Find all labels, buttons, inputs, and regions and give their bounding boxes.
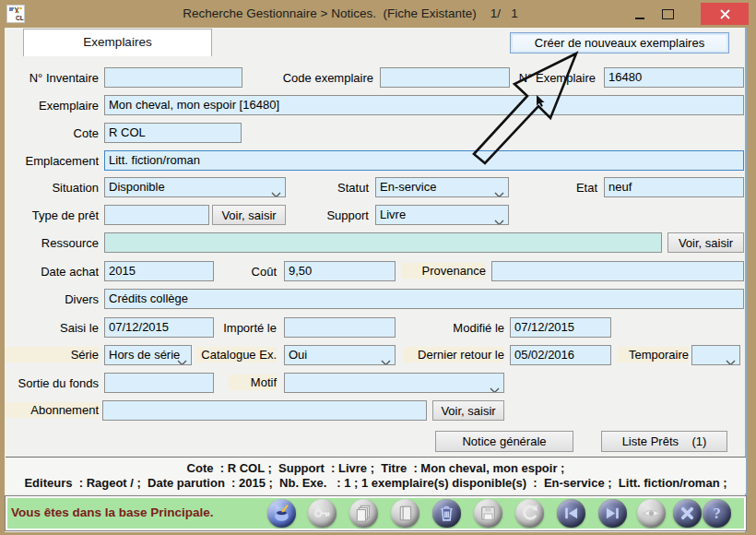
statut-select[interactable]: En-service [375,177,509,197]
label-num-exemplaire: N° Exemplaire [503,70,596,86]
saisi-le-field[interactable]: 07/12/2015 [104,317,214,338]
cote-field[interactable]: R COL [104,123,242,143]
provenance-field[interactable] [491,261,744,281]
summary-line-2: Editeurs : Rageot / ; Date parution : 20… [6,476,746,491]
ressource-field[interactable] [104,232,662,253]
support-select[interactable]: Livre [375,205,509,225]
divers-field[interactable]: Crédits collège [104,289,744,309]
catalogue-ex-select[interactable]: Oui [284,345,396,365]
label-cout: Coût [229,264,277,279]
label-sortie-fonds: Sortie du fonds [6,375,99,391]
maximize-icon [662,9,674,19]
close-x-icon [719,8,731,20]
chevron-down-icon [271,185,281,197]
chevron-down-icon [490,381,500,393]
dernier-retour-field[interactable]: 05/02/2016 [510,345,611,365]
label-catalogue-ex: Catalogue Ex. [196,347,277,363]
code-exemplaire-field[interactable] [380,67,510,88]
bcdi-window: CL Recherche Gestionnaire > Notices. (Fi… [0,0,756,535]
label-motif: Motif [229,374,277,390]
summary-line-1: Cote : R COL ; Support : Livre ; Titre :… [6,461,746,476]
voir-saisir-type-pret-button[interactable]: Voir, saisir [212,205,286,225]
notebook-icon[interactable] [391,499,419,528]
eye-icon[interactable] [637,499,666,528]
label-modifie-le: Modifié le [438,320,504,336]
label-inventaire: N° Inventaire [6,70,99,86]
minimize-icon [635,18,644,19]
close-window-button[interactable] [701,3,749,25]
label-emplacement: Emplacement [6,153,99,169]
label-statut: Statut [312,180,369,196]
next-record-icon[interactable] [598,499,627,528]
label-divers: Divers [6,291,99,307]
label-dernier-retour: Dernier retour le [404,347,504,363]
label-exemplaire: Exemplaire [6,98,99,113]
sortie-fonds-field[interactable] [104,373,214,393]
motif-select[interactable] [284,373,504,393]
date-achat-field[interactable]: 2015 [104,261,214,281]
label-code-exemplaire: Code exemplaire [270,70,373,86]
chevron-down-icon [381,353,391,365]
maximize-button[interactable] [655,4,680,24]
trash-icon[interactable] [432,499,461,528]
create-exemplaires-button[interactable]: Créer de nouveaux exemplaires [510,32,729,54]
help-icon[interactable]: ? [703,499,731,528]
previous-record-icon[interactable] [557,499,585,528]
label-importe-le: Importé le [210,320,277,336]
label-etat: Etat [549,180,597,196]
temporaire-select[interactable] [691,345,740,365]
database-pot-icon[interactable] [267,499,296,528]
chevron-down-icon [177,353,187,365]
chevron-down-icon [726,353,736,365]
abonnement-field[interactable] [102,400,427,421]
type-pret-field[interactable] [104,205,209,225]
notice-generale-button[interactable]: Notice générale [435,431,573,452]
etat-field[interactable]: neuf [604,177,744,197]
undo-icon[interactable] [515,499,544,528]
svg-text:?: ? [713,505,720,522]
minimize-button[interactable] [629,4,651,24]
label-support: Support [307,208,369,223]
save-icon[interactable] [474,499,502,528]
modifie-le-field[interactable]: 07/12/2015 [510,317,611,338]
emplacement-field[interactable]: Litt. fiction/roman [104,150,744,171]
cout-field[interactable]: 9,50 [284,261,396,281]
close-icon[interactable] [673,499,702,528]
copy-pages-icon[interactable] [349,499,378,528]
key-icon[interactable] [308,499,337,528]
situation-select[interactable]: Disponible [104,177,286,197]
label-ressource: Ressource [6,235,99,251]
label-provenance: Provenance [401,263,486,279]
titlebar: CL Recherche Gestionnaire > Notices. (Fi… [0,0,756,28]
liste-prets-button[interactable]: Liste Prêts (1) [601,431,727,452]
chevron-down-icon [494,213,504,225]
exemplaire-field[interactable]: Mon cheval, mon espoir [16480] [104,95,744,115]
label-type-pret: Type de prêt [6,208,99,223]
voir-saisir-abonnement-button[interactable]: Voir, saisir [432,400,504,421]
status-message: Vous êtes dans la base Principale. [11,505,214,519]
label-situation: Situation [6,180,99,196]
label-saisi-le: Saisi le [6,320,99,336]
chevron-down-icon [494,185,504,197]
label-serie: Série [6,347,99,363]
tab-exemplaires[interactable]: Exemplaires [23,29,212,56]
label-cote: Cote [6,125,99,141]
num-exemplaire-field[interactable]: 16480 [604,67,744,88]
importe-le-field[interactable] [284,317,396,338]
voir-saisir-ressource-button[interactable]: Voir, saisir [667,232,744,253]
label-temporaire: Temporaire [618,347,689,363]
record-summary: Cote : R COL ; Support : Livre ; Titre :… [6,457,746,493]
record-counter: 1/ 1 [490,6,518,20]
window-title: Recherche Gestionnaire > Notices. (Fiche… [0,6,701,20]
serie-select[interactable]: Hors de série [104,345,192,365]
inventaire-field[interactable] [104,67,242,88]
label-abonnement: Abonnement [6,402,99,418]
label-date-achat: Date achat [6,264,99,279]
